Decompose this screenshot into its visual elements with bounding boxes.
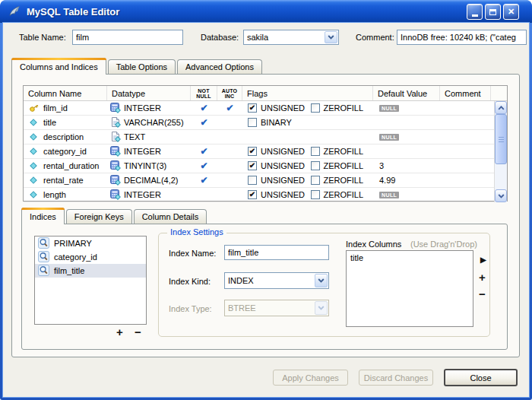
cell-default-value[interactable] xyxy=(373,116,440,129)
table-row[interactable]: lengthINTEGER✔UNSIGNEDZEROFILLNULL xyxy=(24,188,494,202)
cell-default-value[interactable]: 4.99 xyxy=(373,173,440,187)
cell-not-null[interactable] xyxy=(191,130,217,144)
table-row[interactable]: descriptionTEXTNULL xyxy=(24,130,494,144)
cell-datatype[interactable]: TEXT xyxy=(107,130,191,144)
cell-not-null[interactable]: ✔ xyxy=(191,159,217,173)
add-index-button[interactable]: + xyxy=(116,326,123,338)
scrollbar-track[interactable] xyxy=(495,164,507,189)
cell-comment[interactable] xyxy=(440,130,494,144)
header-default-value[interactable]: Default Value xyxy=(373,86,440,100)
tab-indices[interactable]: Indices xyxy=(21,208,65,224)
cell-comment[interactable] xyxy=(440,188,494,202)
table-row[interactable]: film_idINTEGER✔✔✔UNSIGNEDZEROFILLNULL xyxy=(24,101,494,116)
header-auto-inc[interactable]: AUTOINC xyxy=(217,86,242,100)
cell-datatype[interactable]: INTEGER xyxy=(107,144,191,158)
cell-auto-inc[interactable]: ✔ xyxy=(217,101,242,115)
header-not-null[interactable]: NOTNULL xyxy=(191,86,217,100)
flag-checkbox[interactable] xyxy=(311,103,320,113)
cell-comment[interactable] xyxy=(440,116,494,129)
cell-auto-inc[interactable] xyxy=(217,159,242,173)
index-list-item[interactable]: film_title xyxy=(35,264,146,278)
cell-auto-inc[interactable] xyxy=(217,173,242,187)
cell-auto-inc[interactable] xyxy=(217,144,242,158)
index-kind-dropdown-button[interactable] xyxy=(315,274,328,287)
table-row[interactable]: rental_rateDECIMAL(4,2)✔UNSIGNEDZEROFILL… xyxy=(24,173,494,188)
index-column-item[interactable]: title xyxy=(347,251,473,265)
flag-checkbox[interactable] xyxy=(248,118,257,127)
index-type-dropdown-button[interactable] xyxy=(315,301,328,315)
flag-checkbox[interactable]: ✔ xyxy=(248,103,257,113)
database-dropdown-button[interactable] xyxy=(325,31,337,43)
cell-datatype[interactable]: VARCHAR(255) xyxy=(107,116,191,129)
header-flags[interactable]: Flags xyxy=(242,86,373,100)
cell-not-null[interactable]: ✔ xyxy=(191,101,217,115)
cell-column-name[interactable]: rental_rate xyxy=(24,173,107,187)
add-index-column-button[interactable]: + xyxy=(479,271,486,283)
header-column-name[interactable]: Column Name xyxy=(24,86,107,100)
flag-checkbox[interactable]: ✔ xyxy=(248,190,257,199)
cell-not-null[interactable]: ✔ xyxy=(191,144,217,158)
cell-default-value[interactable]: NULL xyxy=(373,188,440,202)
index-kind-select[interactable]: INDEX xyxy=(224,272,329,289)
flag-checkbox[interactable] xyxy=(311,161,320,170)
flag-checkbox[interactable] xyxy=(311,190,320,199)
cell-column-name[interactable]: category_id xyxy=(24,144,107,158)
cell-column-name[interactable]: length xyxy=(24,188,107,202)
header-datatype[interactable]: Datatype xyxy=(107,86,191,100)
maximize-button[interactable] xyxy=(485,4,501,20)
scroll-down-button[interactable] xyxy=(495,189,507,202)
close-dialog-button[interactable]: Close xyxy=(444,369,518,386)
table-row[interactable]: titleVARCHAR(255)✔BINARY xyxy=(24,116,494,130)
cell-default-value[interactable]: NULL xyxy=(373,101,440,115)
cell-column-name[interactable]: title xyxy=(24,116,107,129)
remove-index-column-button[interactable]: − xyxy=(479,288,486,300)
cell-datatype[interactable]: TINYINT(3) xyxy=(107,159,191,173)
comment-input[interactable] xyxy=(397,30,527,45)
index-type-select[interactable]: BTREE xyxy=(224,300,329,316)
cell-column-name[interactable]: rental_duration xyxy=(24,159,107,173)
cell-default-value[interactable]: NULL xyxy=(373,130,440,144)
flag-checkbox[interactable]: ✔ xyxy=(248,161,257,170)
scroll-up-button[interactable] xyxy=(495,101,507,114)
cell-auto-inc[interactable] xyxy=(217,116,242,129)
index-name-input[interactable] xyxy=(224,245,329,260)
move-column-arrow-button[interactable]: ▶ xyxy=(480,256,486,264)
cell-not-null[interactable] xyxy=(191,188,217,202)
cell-comment[interactable] xyxy=(440,173,494,187)
tab-foreign-keys[interactable]: Foreign Keys xyxy=(66,209,132,224)
index-list-item[interactable]: PRIMARY xyxy=(35,237,146,250)
flag-checkbox[interactable]: ✔ xyxy=(248,147,257,156)
table-row[interactable]: category_idINTEGER✔✔UNSIGNEDZEROFILL xyxy=(24,144,494,159)
cell-datatype[interactable]: DECIMAL(4,2) xyxy=(107,173,191,187)
flag-checkbox[interactable] xyxy=(311,176,320,185)
cell-default-value[interactable] xyxy=(373,144,440,158)
remove-index-button[interactable]: − xyxy=(135,326,141,338)
minimize-button[interactable] xyxy=(467,4,483,20)
tab-advanced-options[interactable]: Advanced Options xyxy=(177,59,262,74)
cell-datatype[interactable]: INTEGER xyxy=(107,101,191,115)
cell-not-null[interactable]: ✔ xyxy=(191,173,217,187)
cell-datatype[interactable]: INTEGER xyxy=(107,188,191,202)
index-columns-listbox[interactable]: title xyxy=(346,250,473,327)
header-comment[interactable]: Comment xyxy=(440,86,491,100)
flag-checkbox[interactable] xyxy=(311,147,320,156)
apply-changes-button[interactable]: Apply Changes xyxy=(273,370,348,386)
cell-not-null[interactable]: ✔ xyxy=(191,116,217,129)
cell-default-value[interactable]: 3 xyxy=(373,159,440,173)
vertical-scrollbar[interactable] xyxy=(494,101,507,202)
cell-comment[interactable] xyxy=(440,144,494,158)
scrollbar-thumb[interactable] xyxy=(495,114,507,164)
tab-column-details[interactable]: Column Details xyxy=(134,209,207,224)
flag-checkbox[interactable] xyxy=(248,176,257,185)
cell-auto-inc[interactable] xyxy=(217,188,242,202)
cell-comment[interactable] xyxy=(440,159,494,173)
tab-columns-and-indices[interactable]: Columns and Indices xyxy=(11,58,106,75)
tab-table-options[interactable]: Table Options xyxy=(108,59,176,74)
close-button[interactable]: ✕ xyxy=(503,4,519,20)
cell-column-name[interactable]: film_id xyxy=(24,101,107,115)
table-name-input[interactable] xyxy=(72,30,183,45)
index-list-item[interactable]: category_id xyxy=(35,250,146,264)
cell-comment[interactable] xyxy=(440,101,494,115)
table-row[interactable]: rental_durationTINYINT(3)✔✔UNSIGNEDZEROF… xyxy=(24,159,494,173)
database-select[interactable]: sakila xyxy=(243,30,339,45)
